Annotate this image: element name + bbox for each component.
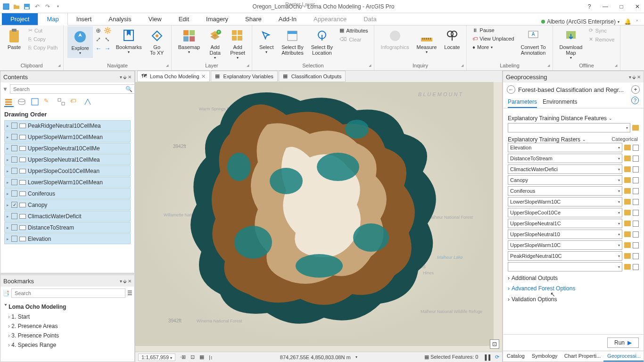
raster-combo[interactable]: UpperSlopeCool10Ce▾ <box>508 208 622 217</box>
browse-folder-icon[interactable] <box>632 125 639 131</box>
add-data-button[interactable]: +Add Data▾ <box>205 26 225 62</box>
tab-insert[interactable]: Insert <box>68 13 100 25</box>
bottom-tab-catalog[interactable]: Catalog <box>503 351 528 362</box>
raster-combo[interactable]: Coniferous▾ <box>508 186 622 196</box>
expand-icon[interactable]: ▸ <box>7 135 11 140</box>
expand-icon[interactable]: ▸ <box>7 157 11 162</box>
tab-appearance[interactable]: Appearance <box>305 13 355 25</box>
tab-edit[interactable]: Edit <box>170 13 198 25</box>
select-by-attr-button[interactable]: Select By Attributes <box>279 26 306 58</box>
tab-map[interactable]: Map <box>38 13 67 25</box>
map-tab[interactable]: ▦Classification Outputs <box>279 71 346 82</box>
raster-combo[interactable]: Elevation▾ <box>508 143 622 152</box>
add-tool-button[interactable]: + <box>631 85 640 94</box>
dropdown-icon[interactable]: ▾ <box>629 74 631 80</box>
layer-item[interactable]: ▸UpperSlopeWarm10CellMean <box>4 132 131 142</box>
distance-features-combo[interactable]: ▾ <box>508 123 630 132</box>
browse-folder-icon[interactable] <box>624 221 631 226</box>
tab-share[interactable]: Share <box>237 13 270 25</box>
browse-folder-icon[interactable] <box>624 188 631 194</box>
map-tab-active[interactable]: 🗺Loma Ocho Modeling ✕ <box>137 71 210 82</box>
expand-icon[interactable]: ▸ <box>7 180 11 185</box>
view-unplaced-button[interactable]: 🏷View Unplaced <box>471 35 516 42</box>
gp-tab-environments[interactable]: Environments <box>543 97 577 108</box>
list-by-selection-icon[interactable] <box>31 98 40 107</box>
browse-folder-icon[interactable] <box>624 264 631 270</box>
categorical-checkbox[interactable] <box>633 221 639 227</box>
nav-toggle-icon[interactable]: ⊡ <box>490 339 499 349</box>
measure-button[interactable]: Measure▾ <box>414 26 440 56</box>
layer-checkbox[interactable] <box>11 123 17 129</box>
browse-folder-icon[interactable] <box>624 199 631 205</box>
close-pane-icon[interactable]: ✕ <box>637 74 641 80</box>
bottom-tab-symbology[interactable]: Symbology <box>528 351 561 362</box>
back-button[interactable]: ← <box>507 85 515 94</box>
list-view-icon[interactable]: ☰ <box>127 290 132 296</box>
layer-checkbox[interactable] <box>11 179 17 185</box>
list-by-perspective-icon[interactable] <box>83 98 93 107</box>
new-project-icon[interactable] <box>2 2 10 11</box>
scale-input[interactable]: 1:1,657,959 ▾ <box>138 354 175 361</box>
user-info[interactable]: Alberto (ArcGIS Enterprise) ▾ <box>541 18 619 25</box>
bookmark-view-icon[interactable]: 📑 <box>2 290 9 296</box>
layer-item[interactable]: ▸PeakRidgeNeutral10CellMea <box>4 120 131 131</box>
select-button[interactable]: Select▾ <box>256 26 277 56</box>
bottom-tab-chart[interactable]: Chart Properti... <box>561 351 603 362</box>
categorical-checkbox[interactable] <box>633 231 639 238</box>
attributes-button[interactable]: ▦Attributes <box>338 26 370 34</box>
layer-item[interactable]: ▸UpperSlopeCool10CellMean <box>4 165 131 176</box>
filter-icon[interactable]: ▼ <box>2 86 8 92</box>
pause-draw-icon[interactable]: ▐▐ <box>483 354 490 360</box>
add-preset-button[interactable]: Add Preset▾ <box>227 26 248 62</box>
layer-item[interactable]: ▸DistanceToStream <box>4 222 131 233</box>
layer-item[interactable]: ▸Elevation <box>4 233 131 244</box>
categorical-checkbox[interactable] <box>633 188 639 194</box>
list-by-snapping-icon[interactable] <box>57 98 66 107</box>
minimize-icon[interactable]: — <box>601 2 610 11</box>
bottom-tab-geoprocessing[interactable]: Geoprocessi... <box>603 351 644 362</box>
browse-folder-icon[interactable] <box>624 231 631 237</box>
tab-view[interactable]: View <box>140 13 170 25</box>
snap-icon[interactable]: ⊡ <box>190 354 195 360</box>
expand-icon[interactable]: ▸ <box>7 225 11 230</box>
categorical-checkbox[interactable] <box>633 145 639 151</box>
raster-combo[interactable]: ClimacticWaterDefici▾ <box>508 165 622 174</box>
zoom-full-icon[interactable]: ⊕ <box>95 26 102 34</box>
raster-combo[interactable]: UpperSlopeNeutral10▾ <box>508 230 622 239</box>
zoom-fixed-out-icon[interactable]: ⤡ <box>104 35 111 43</box>
prev-extent-icon[interactable]: ← <box>95 44 102 52</box>
list-by-editing-icon[interactable]: ✎ <box>44 98 53 107</box>
layer-checkbox[interactable] <box>11 224 17 230</box>
categorical-checkbox[interactable] <box>633 177 639 183</box>
download-map-button[interactable]: Download Map▾ <box>557 26 586 62</box>
layer-checkbox[interactable] <box>11 236 17 242</box>
tab-project[interactable]: Project <box>2 13 38 25</box>
infographics-button[interactable]: Infographics <box>378 26 412 52</box>
expand-icon[interactable]: ▸ <box>7 214 11 219</box>
zoom-out-icon[interactable]: ⤢ <box>95 35 102 43</box>
layer-checkbox[interactable]: ✓ <box>11 202 17 208</box>
bookmarks-button[interactable]: Bookmarks▾ <box>113 26 145 56</box>
raster-combo[interactable]: DistanceToStream▾ <box>508 154 622 163</box>
tab-addin[interactable]: Add-In <box>270 13 305 25</box>
layer-checkbox[interactable] <box>11 168 17 174</box>
tab-analysis[interactable]: Analysis <box>100 13 140 25</box>
pin-icon[interactable]: ⬙ <box>632 74 636 80</box>
locate-button[interactable]: Locate <box>441 26 462 52</box>
categorical-checkbox[interactable] <box>633 199 639 205</box>
list-by-drawing-icon[interactable] <box>4 98 14 107</box>
map-tab[interactable]: ▦Explanatory Variables <box>211 71 278 82</box>
tab-data[interactable]: Data <box>355 13 385 25</box>
maximize-icon[interactable]: □ <box>617 2 626 11</box>
expand-icon[interactable]: ▸ <box>7 191 11 196</box>
basemap-button[interactable]: Basemap▾ <box>175 26 203 56</box>
pause-labeling-button[interactable]: ⏸Pause <box>471 26 516 34</box>
categorical-checkbox[interactable] <box>633 253 639 259</box>
browse-folder-icon[interactable] <box>624 177 631 183</box>
contents-search-input[interactable] <box>10 84 135 94</box>
notifications-icon[interactable]: 🔔 <box>624 18 631 25</box>
layer-item[interactable]: ▸✓Canopy <box>4 199 131 210</box>
copy-path-button[interactable]: ⎘Copy Path <box>26 44 59 51</box>
chevron-down-icon[interactable]: ⌄ <box>582 137 586 142</box>
save-icon[interactable] <box>23 2 31 11</box>
